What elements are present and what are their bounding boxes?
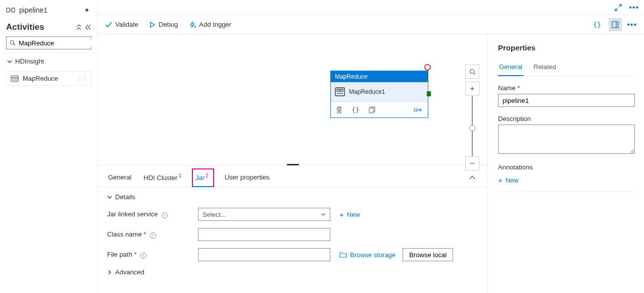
properties-toggle-button[interactable] bbox=[609, 18, 622, 31]
jar-linked-service-select[interactable]: Select... bbox=[198, 208, 330, 221]
zoom-controls: + − bbox=[465, 65, 479, 170]
mapreduce-node-icon bbox=[335, 87, 345, 96]
chevron-down-icon bbox=[107, 195, 112, 200]
activities-sidebar: pipeline1 Activities HDInsight MapReduce… bbox=[0, 0, 98, 293]
new-linked-service-button[interactable]: +New bbox=[339, 210, 360, 219]
description-input[interactable] bbox=[498, 125, 635, 154]
activity-node-mapreduce[interactable]: MapReduce MapReduce1 {} bbox=[330, 71, 428, 118]
svg-rect-6 bbox=[12, 77, 14, 79]
svg-point-22 bbox=[470, 69, 474, 73]
panel-collapse-button[interactable] bbox=[466, 172, 478, 183]
svg-rect-16 bbox=[337, 89, 339, 91]
folder-icon bbox=[339, 252, 347, 258]
name-input[interactable] bbox=[498, 94, 635, 107]
tab-jar[interactable]: Jar2 bbox=[192, 169, 214, 187]
class-name-label: Class name * i bbox=[107, 230, 198, 239]
activities-search-input[interactable] bbox=[19, 39, 104, 47]
details-section-header[interactable]: Details bbox=[107, 193, 478, 201]
grip-icon: ⋮⋮ bbox=[77, 75, 87, 82]
node-error-indicator bbox=[424, 64, 431, 71]
node-name: MapReduce1 bbox=[349, 88, 385, 95]
activity-item-label: MapReduce bbox=[23, 75, 58, 82]
chevron-down-icon bbox=[321, 212, 326, 217]
browse-storage-button[interactable]: Browse storage bbox=[339, 251, 395, 259]
svg-rect-17 bbox=[340, 89, 343, 91]
info-icon[interactable]: i bbox=[162, 212, 168, 218]
description-label: Description bbox=[498, 115, 635, 123]
flow-icon[interactable] bbox=[414, 107, 423, 113]
svg-rect-0 bbox=[7, 8, 10, 12]
tab-hdi-cluster[interactable]: HDI Cluster1 bbox=[142, 169, 182, 187]
zoom-slider[interactable] bbox=[472, 96, 473, 156]
prop-tab-related[interactable]: Related bbox=[532, 60, 557, 76]
svg-point-20 bbox=[414, 108, 417, 111]
pipeline-icon bbox=[6, 7, 15, 14]
toolbar-more-icon[interactable]: ••• bbox=[627, 20, 637, 29]
zoom-thumb[interactable] bbox=[469, 125, 475, 131]
add-trigger-button[interactable]: Add trigger bbox=[189, 21, 231, 28]
zoom-out-button[interactable]: − bbox=[465, 156, 479, 170]
new-annotation-button[interactable]: +New bbox=[498, 176, 519, 185]
jar-linked-service-label: Jar linked service i bbox=[107, 210, 198, 218]
category-hdinsight[interactable]: HDInsight bbox=[6, 54, 91, 68]
info-icon[interactable]: i bbox=[140, 253, 146, 259]
chevron-down-icon bbox=[7, 59, 12, 64]
copy-icon[interactable] bbox=[369, 106, 375, 113]
play-icon bbox=[150, 22, 156, 28]
name-label: Name * bbox=[498, 84, 635, 92]
validate-button[interactable]: Validate bbox=[105, 21, 138, 28]
code-icon[interactable]: {} bbox=[352, 106, 360, 113]
mapreduce-icon bbox=[11, 75, 19, 82]
class-name-input[interactable] bbox=[198, 228, 330, 241]
json-view-button[interactable]: {} bbox=[590, 18, 604, 31]
unsaved-indicator bbox=[85, 9, 88, 12]
zoom-in-button[interactable]: + bbox=[465, 82, 479, 96]
file-path-label: File path * i bbox=[107, 251, 198, 259]
more-icon[interactable]: ••• bbox=[629, 3, 639, 12]
activity-item-mapreduce[interactable]: MapReduce ⋮⋮ bbox=[6, 71, 91, 86]
prop-tab-general[interactable]: General bbox=[498, 60, 523, 76]
svg-rect-7 bbox=[15, 77, 17, 79]
activities-heading: Activities bbox=[6, 22, 44, 32]
svg-point-3 bbox=[11, 41, 14, 44]
file-path-input[interactable] bbox=[198, 248, 330, 261]
annotations-label: Annotations bbox=[498, 163, 635, 171]
svg-rect-19 bbox=[369, 108, 373, 113]
search-icon bbox=[10, 40, 16, 46]
properties-title: Properties bbox=[498, 43, 635, 52]
svg-rect-1 bbox=[12, 8, 15, 12]
canvas-search-button[interactable] bbox=[465, 65, 479, 79]
node-header: MapReduce bbox=[331, 71, 428, 82]
category-label: HDInsight bbox=[15, 57, 44, 65]
browse-local-button[interactable]: Browse local bbox=[403, 248, 453, 261]
advanced-section-header[interactable]: Advanced bbox=[107, 268, 478, 276]
node-output-port[interactable] bbox=[427, 91, 431, 96]
info-icon[interactable]: i bbox=[150, 232, 156, 239]
panel-drag-handle[interactable] bbox=[287, 164, 299, 165]
svg-line-4 bbox=[14, 44, 15, 45]
check-icon bbox=[105, 22, 112, 28]
debug-button[interactable]: Debug bbox=[150, 21, 178, 28]
pipeline-title: pipeline1 bbox=[19, 6, 81, 14]
expand-icon[interactable] bbox=[615, 4, 622, 11]
collapse-all-icon[interactable] bbox=[75, 24, 82, 30]
delete-icon[interactable] bbox=[336, 106, 342, 113]
svg-line-23 bbox=[474, 73, 475, 75]
trigger-icon bbox=[189, 21, 196, 28]
tab-user-properties[interactable]: User properties bbox=[224, 169, 271, 186]
activities-search[interactable] bbox=[6, 36, 91, 49]
svg-rect-15 bbox=[335, 88, 344, 96]
tab-general[interactable]: General bbox=[107, 169, 132, 186]
properties-panel: Properties General Related Name * Descri… bbox=[487, 34, 644, 293]
chevron-right-icon bbox=[107, 270, 112, 275]
pipeline-canvas[interactable]: MapReduce MapReduce1 {} bbox=[98, 34, 487, 165]
sidebar-collapse-icon[interactable] bbox=[85, 24, 91, 30]
